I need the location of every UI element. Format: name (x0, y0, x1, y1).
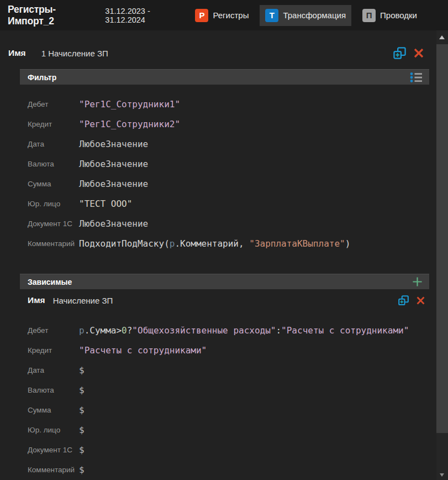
duplicate-icon[interactable] (398, 295, 409, 306)
field-label: Документ 1С (28, 446, 79, 454)
field-value[interactable]: ПодходитПодМаску(р.Комментарий, "Зарплат… (79, 238, 350, 249)
field-value[interactable]: "ТЕСТ ООО" (79, 199, 132, 209)
field-label: Дата (28, 140, 79, 148)
field-value[interactable]: р.Сумма>0?"Общехозяйственные расходы":"Р… (79, 325, 409, 336)
field-value[interactable]: ЛюбоеЗначение (79, 159, 148, 169)
field-row: СуммаЛюбоеЗначение (28, 174, 448, 194)
field-value[interactable]: ЛюбоеЗначение (79, 179, 148, 189)
field-row: Сумма$ (28, 400, 448, 420)
field-row: Дебет"Рег1С_Сотрудники1" (28, 94, 448, 114)
field-label: Валюта (28, 386, 79, 394)
field-row: Документ 1С$ (28, 440, 448, 460)
dependents-title: Зависимые (28, 278, 72, 286)
field-row: Комментарий$ (28, 460, 448, 479)
dependents-section-bar: Зависимые (20, 274, 429, 289)
field-row: ВалютаЛюбоеЗначение (28, 154, 448, 174)
transformation-icon: Т (265, 9, 278, 22)
tab-bar: Р Регистры Т Трансформация П Проводки (189, 5, 423, 26)
close-icon[interactable] (416, 296, 425, 305)
field-value[interactable]: "Расчеты с сотрудниками" (79, 345, 207, 356)
name-label: Имя (28, 295, 45, 305)
field-row: Кредит"Расчеты с сотрудниками" (28, 340, 448, 360)
duplicate-icon[interactable] (393, 47, 406, 60)
field-row: Дебетр.Сумма>0?"Общехозяйственные расход… (28, 320, 448, 340)
field-label: Кредит (28, 120, 79, 128)
field-row: Кредит"Рег1С_Сотрудники2" (28, 114, 448, 134)
field-label: Дата (28, 366, 79, 374)
tab-registry-label: Регистры (213, 11, 249, 20)
app-window: Регистры-Импорт_2 31.12.2023 - 31.12.202… (0, 0, 448, 480)
tab-transformation-label: Трансформация (283, 11, 346, 20)
field-label: Валюта (28, 160, 79, 168)
field-row: Дата$ (28, 360, 448, 380)
register-name-row: Имя 1 Начисление ЗП (8, 46, 424, 60)
field-value[interactable]: $ (79, 385, 85, 395)
tab-transformation[interactable]: Т Трансформация (260, 5, 351, 26)
scroll-down-icon[interactable] (440, 473, 444, 477)
field-value[interactable]: $ (79, 365, 85, 375)
dependent-name-row: Имя Начисление ЗП (28, 293, 425, 307)
filter-title: Фильтр (28, 73, 56, 82)
add-icon[interactable] (412, 276, 423, 287)
tab-entries-label: Проводки (380, 11, 417, 20)
scroll-up-icon[interactable] (439, 35, 445, 39)
field-row: Юр. лицо"ТЕСТ ООО" (28, 194, 448, 213)
field-value[interactable]: $ (79, 465, 85, 475)
field-label: Комментарий (28, 466, 79, 474)
filter-section-bar: Фильтр (20, 69, 429, 85)
close-icon[interactable] (413, 48, 424, 59)
field-value[interactable]: "Рег1С_Сотрудники1" (79, 99, 180, 109)
field-value[interactable]: $ (79, 425, 85, 435)
page-title: Регистры-Импорт_2 (8, 4, 99, 27)
dependent-fields: Дебетр.Сумма>0?"Общехозяйственные расход… (28, 320, 448, 479)
field-value[interactable]: ЛюбоеЗначение (79, 218, 148, 229)
field-label: Документ 1С (28, 220, 79, 228)
field-label: Кредит (28, 346, 79, 354)
registry-icon: Р (195, 9, 208, 22)
field-row: Документ 1СЛюбоеЗначение (28, 213, 448, 233)
field-label: Сумма (28, 180, 79, 188)
field-label: Сумма (28, 406, 79, 414)
tab-entries[interactable]: П Проводки (357, 5, 423, 26)
field-label: Дебет (28, 100, 79, 108)
name-label: Имя (8, 48, 26, 58)
field-row: Валюта$ (28, 380, 448, 400)
dependent-name-value[interactable]: Начисление ЗП (53, 296, 113, 305)
field-label: Юр. лицо (28, 200, 79, 208)
field-value[interactable]: $ (79, 405, 85, 415)
field-row: КомментарийПодходитПодМаску(р.Комментари… (28, 233, 448, 253)
field-value[interactable]: ЛюбоеЗначение (79, 139, 148, 149)
filter-fields: Дебет"Рег1С_Сотрудники1"Кредит"Рег1С_Сот… (28, 94, 448, 253)
entries-icon: П (362, 9, 376, 22)
tab-registry[interactable]: Р Регистры (189, 5, 254, 26)
register-name-value[interactable]: 1 Начисление ЗП (41, 49, 108, 58)
field-value[interactable]: $ (79, 445, 85, 455)
field-row: Юр. лицо$ (28, 420, 448, 440)
list-icon[interactable] (410, 72, 423, 83)
scrollbar-thumb[interactable] (436, 44, 448, 433)
date-range: 31.12.2023 - 31.12.2024 (105, 7, 189, 24)
field-value[interactable]: "Рег1С_Сотрудники2" (79, 119, 180, 129)
topbar: Регистры-Импорт_2 31.12.2023 - 31.12.202… (0, 0, 448, 30)
scrollbar[interactable] (436, 30, 448, 480)
field-label: Комментарий (28, 239, 79, 248)
field-row: ДатаЛюбоеЗначение (28, 134, 448, 154)
field-label: Юр. лицо (28, 426, 79, 434)
field-label: Дебет (28, 326, 79, 335)
